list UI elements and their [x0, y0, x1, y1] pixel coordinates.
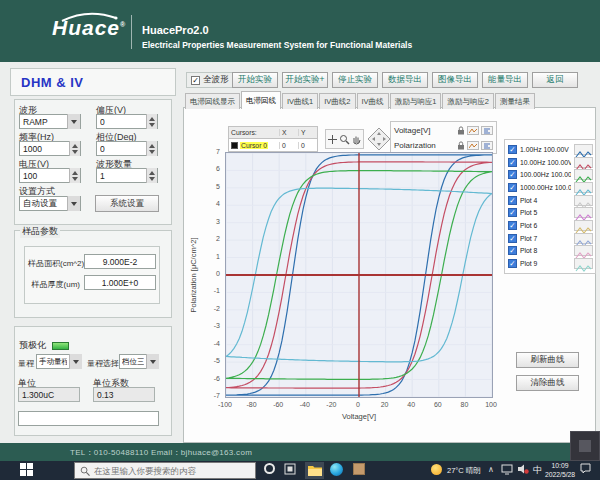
note-input[interactable] — [18, 411, 159, 426]
toolbar-button-2[interactable]: 开始实验+ — [282, 72, 328, 88]
ime-indicator[interactable]: 中 — [533, 464, 542, 477]
tab-4[interactable]: IV曲线2 — [319, 93, 355, 109]
nav-diamond-icon[interactable] — [366, 126, 392, 152]
search-input[interactable] — [94, 466, 244, 476]
legend-checkbox[interactable]: ✓ — [508, 196, 517, 205]
volume-icon[interactable] — [517, 463, 529, 475]
spinner-arrows-icon[interactable] — [69, 168, 80, 183]
legend-line-style-icon[interactable] — [574, 157, 593, 168]
waveform-select[interactable]: RAMP — [19, 114, 81, 129]
taskbar-clock[interactable]: 10:092022/5/28 — [544, 462, 576, 479]
scale-style-icon[interactable] — [467, 126, 479, 135]
weather-text[interactable]: 27°C 晴朗 — [447, 466, 481, 476]
legend-checkbox[interactable]: ✓ — [508, 234, 517, 243]
range-select[interactable]: 手动量程 — [36, 354, 82, 369]
legend-line-style-icon[interactable] — [574, 220, 593, 231]
legend-label: 10.00Hz 100.00V — [520, 159, 571, 166]
chevron-down-icon[interactable] — [146, 354, 159, 369]
legend-line-style-icon[interactable] — [574, 169, 593, 180]
refresh-curve-button[interactable]: 刷新曲线 — [516, 352, 579, 368]
crosshair-tool-icon[interactable] — [327, 134, 338, 145]
store-icon[interactable] — [353, 463, 365, 475]
cursor-color-swatch[interactable] — [231, 142, 238, 149]
chevron-down-icon[interactable] — [67, 196, 80, 211]
phase-input[interactable]: 0 — [96, 141, 158, 156]
sample-thickness-label: 样品厚度(um) — [28, 279, 80, 290]
tab-8[interactable]: 测量结果 — [495, 93, 535, 109]
legend-label: Plot 7 — [520, 235, 571, 242]
notification-center-icon[interactable] — [580, 463, 591, 474]
sample-thickness-input[interactable]: 1.000E+0 — [84, 275, 156, 290]
tray-expand-icon[interactable]: ∧ — [488, 465, 494, 474]
legend-line-style-icon[interactable] — [574, 233, 593, 244]
spinner-arrows-icon[interactable] — [69, 141, 80, 156]
bias-input[interactable]: 0 — [96, 114, 158, 129]
toolbar-button-5[interactable]: 图像导出 — [432, 72, 478, 88]
wave-count-input[interactable]: 1 — [96, 168, 158, 183]
tab-7[interactable]: 激励与响应2 — [442, 93, 494, 109]
legend-line-style-icon[interactable] — [574, 144, 593, 155]
display-icon[interactable] — [501, 463, 513, 475]
hysteresis-chart[interactable] — [225, 152, 493, 398]
cortana-icon[interactable] — [264, 463, 275, 474]
windows-start-icon[interactable] — [20, 463, 33, 476]
legend-line-style-icon[interactable] — [574, 207, 593, 218]
legend-checkbox[interactable]: ✓ — [508, 259, 517, 268]
range-gear-select[interactable]: 档位三 — [119, 354, 159, 369]
toolbar-button-1[interactable]: 开始实验 — [232, 72, 278, 88]
lock-icon[interactable] — [457, 126, 465, 135]
legend-line-style-icon[interactable] — [574, 182, 593, 193]
cursor-name[interactable]: Cursor 0 — [240, 142, 268, 149]
scale-format-icon[interactable] — [481, 126, 493, 135]
legend-line-style-icon[interactable] — [574, 258, 593, 269]
frequency-input[interactable]: 1000 — [19, 141, 81, 156]
scale-format-icon[interactable] — [481, 141, 493, 150]
spinner-arrows-icon[interactable] — [146, 168, 157, 183]
tab-1[interactable]: 电滞回线显示 — [185, 93, 240, 109]
legend-line-style-icon[interactable] — [574, 195, 593, 206]
legend-checkbox[interactable]: ✓ — [508, 208, 517, 217]
chevron-down-icon[interactable] — [69, 354, 82, 369]
chevron-down-icon[interactable] — [67, 114, 80, 129]
legend-checkbox[interactable]: ✓ — [508, 183, 517, 192]
application-window: Huace® HuacePro2.0 Electrical Properties… — [0, 0, 600, 480]
tab-3[interactable]: IV曲线1 — [282, 93, 318, 109]
clear-curve-button[interactable]: 清除曲线 — [516, 375, 579, 391]
toolbar-button-6[interactable]: 能量导出 — [482, 72, 528, 88]
system-setup-button[interactable]: 系统设置 — [95, 195, 159, 212]
legend-checkbox[interactable]: ✓ — [508, 158, 517, 167]
zoom-tool-icon[interactable] — [339, 134, 350, 145]
toolbar-button-3[interactable]: 停止实验 — [332, 72, 378, 88]
weather-icon[interactable] — [431, 464, 442, 475]
task-view-icon[interactable] — [284, 463, 296, 475]
spinner-arrows-icon[interactable] — [146, 114, 157, 129]
cursor-y-header: Y — [298, 129, 317, 136]
sample-area-input[interactable]: 9.000E-2 — [84, 254, 156, 269]
edge-icon[interactable] — [330, 463, 343, 476]
y-tick-label: 3 — [216, 218, 220, 225]
legend-checkbox[interactable]: ✓ — [508, 170, 517, 179]
toolbar-button-4[interactable]: 数据导出 — [382, 72, 428, 88]
app-subtitle: Electrical Properties Measurement System… — [142, 40, 412, 50]
floating-thumbnail[interactable] — [570, 431, 600, 461]
legend-checkbox[interactable]: ✓ — [508, 221, 517, 230]
pan-tool-icon[interactable] — [351, 134, 362, 145]
spinner-arrows-icon[interactable] — [146, 141, 157, 156]
tab-2[interactable]: 电滞回线 — [241, 91, 281, 109]
chart-canvas[interactable] — [226, 153, 492, 397]
tab-6[interactable]: 激励与响应1 — [390, 93, 442, 109]
scale-style-icon[interactable] — [467, 141, 479, 150]
legend-line-style-icon[interactable] — [574, 245, 593, 256]
setup-mode-select[interactable]: 自动设置 — [19, 196, 81, 211]
toolbar-button-7[interactable]: 返回 — [532, 72, 578, 88]
file-explorer-icon[interactable] — [305, 462, 324, 479]
tab-5[interactable]: IV曲线 — [357, 93, 389, 109]
taskbar-search[interactable] — [74, 462, 256, 479]
checkbox-check-icon[interactable]: ✓ — [191, 76, 200, 85]
legend-checkbox[interactable]: ✓ — [508, 246, 517, 255]
legend-checkbox[interactable]: ✓ — [508, 145, 517, 154]
voltage-input[interactable]: 100 — [19, 168, 81, 183]
lock-icon[interactable] — [457, 141, 465, 150]
y-tick-label: 5 — [216, 183, 220, 190]
full-waveform-checkbox[interactable]: ✓全波形 — [186, 72, 234, 88]
